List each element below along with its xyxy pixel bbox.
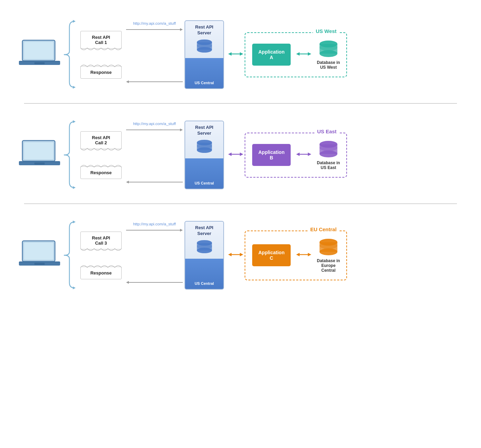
brace-s3: [63, 219, 80, 291]
call-banner-s2: Rest API Call 2: [80, 131, 122, 149]
region-box-s1: US West Application A Database in US Wes…: [245, 32, 347, 77]
region-label-s1: US West: [313, 28, 339, 34]
db-label-s3: Database in Europe Central: [317, 258, 340, 273]
url-text-s1: http://my.api.com/a_stuff: [133, 21, 176, 25]
call-banner-s1: Rest API Call 1: [80, 31, 122, 49]
laptop-s3: [17, 237, 62, 273]
svg-marker-18: [240, 52, 243, 56]
server-region-s2: US Central: [194, 180, 214, 185]
svg-marker-35: [180, 128, 183, 131]
svg-point-24: [320, 50, 337, 57]
svg-marker-33: [73, 186, 76, 189]
svg-marker-10: [126, 80, 129, 83]
banners-s3: Rest API Call 3 Response: [80, 232, 122, 279]
svg-marker-64: [126, 281, 129, 284]
svg-marker-47: [296, 153, 300, 156]
svg-marker-48: [308, 153, 311, 156]
svg-marker-71: [228, 253, 232, 256]
scenario-row-s1: Rest API Call 1 Response: [0, 3, 481, 103]
db-label-s2: Database in US East: [317, 160, 340, 170]
app-to-db-arrow-s2: [296, 152, 311, 158]
svg-marker-32: [73, 120, 76, 123]
h-arrows-s2: http://my.api.com/a_stuff: [124, 119, 184, 191]
db-label-s1: Database in US West: [317, 60, 340, 70]
rest-server-s2: Rest API Server US Central: [184, 121, 224, 189]
scenario-row-s2: Rest API Call 2 Response: [0, 104, 481, 203]
server-title-s1: Rest API Server: [188, 24, 221, 36]
server-region-s3: US Central: [194, 280, 214, 285]
region-label-s2: US East: [314, 128, 339, 134]
svg-marker-75: [308, 253, 311, 256]
db-s2: Database in US East: [317, 140, 340, 170]
server-to-region-arrow-s1: [228, 51, 243, 58]
svg-marker-17: [228, 52, 232, 56]
svg-marker-44: [228, 153, 232, 156]
svg-marker-72: [240, 253, 243, 256]
server-title-s3: Rest API Server: [188, 225, 221, 237]
db-s3: Database in Europe Central: [317, 238, 340, 273]
scenario-s3: Rest API Call 3 Response: [0, 204, 481, 304]
svg-marker-20: [296, 52, 300, 56]
region-box-s3: EU Central Application C Database in Eur…: [245, 231, 347, 280]
brace-s1: [63, 19, 80, 91]
svg-marker-74: [296, 253, 300, 256]
svg-marker-62: [180, 229, 183, 232]
app-box-s3: Application C: [252, 244, 291, 266]
svg-point-15: [197, 43, 212, 48]
svg-marker-5: [73, 20, 76, 23]
laptop-s2: [17, 137, 62, 173]
svg-point-51: [320, 150, 337, 157]
app-to-db-arrow-s3: [296, 252, 311, 259]
brace-s2: [63, 119, 80, 191]
svg-rect-28: [24, 142, 53, 159]
svg-marker-21: [308, 52, 311, 56]
region-label-s3: EU Central: [307, 226, 339, 232]
scenario-s1: Rest API Call 1 Response: [0, 3, 481, 103]
server-to-region-arrow-s3: [228, 252, 243, 259]
svg-rect-31: [34, 163, 45, 165]
db-s1: Database in US West: [317, 40, 340, 70]
response-banner-s1: Response: [80, 66, 122, 79]
svg-point-26: [320, 44, 337, 51]
app-to-db-arrow-s1: [296, 51, 311, 58]
app-box-s2: Application B: [252, 144, 291, 166]
response-banner-s2: Response: [80, 166, 122, 179]
svg-point-69: [197, 244, 212, 249]
svg-point-53: [320, 144, 337, 151]
svg-point-78: [320, 248, 337, 255]
svg-marker-60: [73, 287, 76, 289]
svg-marker-8: [180, 28, 183, 31]
h-arrows-s3: http://my.api.com/a_stuff: [124, 219, 184, 291]
banners-s2: Rest API Call 2 Response: [80, 131, 122, 179]
server-title-s2: Rest API Server: [188, 125, 221, 136]
url-text-s3: http://my.api.com/a_stuff: [133, 222, 176, 226]
url-text-s2: http://my.api.com/a_stuff: [133, 122, 176, 126]
svg-point-42: [197, 143, 212, 149]
svg-rect-58: [34, 263, 45, 265]
svg-marker-6: [73, 86, 76, 89]
server-region-s1: US Central: [194, 79, 214, 85]
svg-point-80: [320, 242, 337, 249]
svg-marker-45: [240, 153, 243, 156]
scenario-s2: Rest API Call 2 Response: [0, 104, 481, 203]
scenario-row-s3: Rest API Call 3 Response: [0, 204, 481, 304]
h-arrows-s1: http://my.api.com/a_stuff: [124, 19, 184, 91]
rest-server-s3: Rest API Server US Central: [184, 221, 224, 290]
call-banner-s3: Rest API Call 3: [80, 232, 122, 249]
svg-marker-37: [126, 181, 129, 183]
svg-rect-1: [24, 42, 53, 59]
svg-marker-59: [73, 221, 76, 223]
laptop-s1: [17, 37, 62, 72]
banners-s1: Rest API Call 1 Response: [80, 31, 122, 79]
region-box-s2: US East Application B Database in US Eas…: [245, 133, 347, 178]
svg-rect-55: [24, 243, 53, 260]
server-to-region-arrow-s2: [228, 152, 243, 158]
main-container: Rest API Call 1 Response: [0, 0, 481, 448]
svg-rect-4: [34, 62, 45, 64]
app-box-s1: Application A: [252, 44, 291, 66]
response-banner-s3: Response: [80, 267, 122, 279]
rest-server-s1: Rest API Server US Central: [184, 20, 224, 89]
